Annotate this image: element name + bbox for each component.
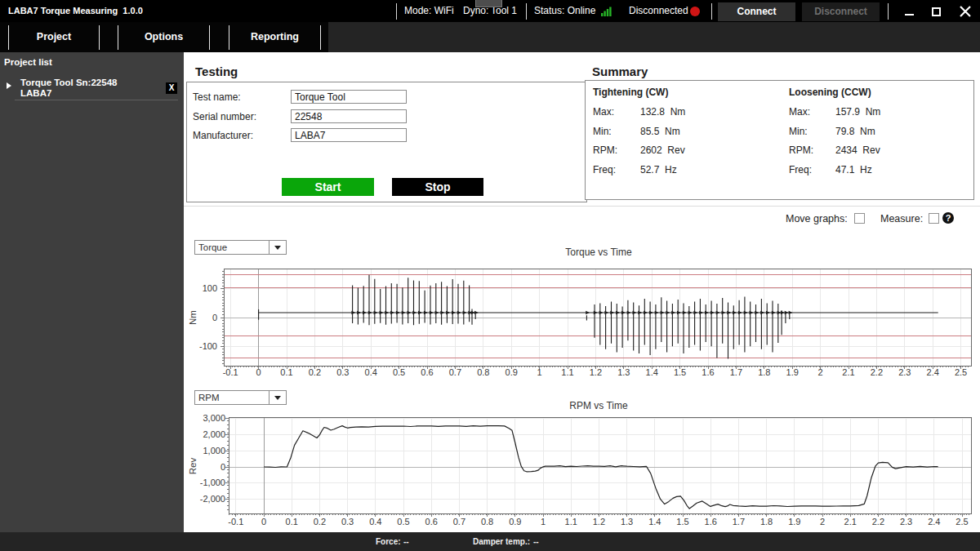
svg-text:1.9: 1.9	[788, 517, 800, 527]
svg-text:1.8: 1.8	[760, 517, 773, 527]
svg-text:0.8: 0.8	[477, 367, 489, 377]
svg-text:1.7: 1.7	[733, 517, 745, 527]
svg-text:Rev: Rev	[188, 458, 198, 475]
svg-text:1.7: 1.7	[730, 367, 742, 377]
svg-text:1.9: 1.9	[786, 367, 799, 377]
svg-text:1.1: 1.1	[561, 367, 573, 377]
svg-text:1.3: 1.3	[617, 367, 630, 377]
svg-text:-0.1: -0.1	[228, 517, 243, 527]
svg-text:2: 2	[818, 367, 823, 377]
svg-text:2.2: 2.2	[871, 367, 883, 377]
svg-text:0: 0	[212, 313, 217, 322]
svg-text:-2,000: -2,000	[200, 494, 225, 504]
svg-text:2.4: 2.4	[928, 517, 940, 527]
svg-text:-1,000: -1,000	[200, 478, 225, 487]
svg-text:Nm: Nm	[188, 310, 198, 325]
svg-text:0.9: 0.9	[509, 517, 521, 527]
svg-text:0.7: 0.7	[449, 367, 461, 377]
svg-text:-0.1: -0.1	[223, 367, 238, 377]
svg-text:0.5: 0.5	[397, 517, 409, 527]
svg-text:1.4: 1.4	[648, 517, 661, 527]
svg-text:-100: -100	[199, 341, 217, 351]
svg-text:1.3: 1.3	[621, 517, 633, 527]
svg-text:2: 2	[820, 517, 825, 527]
svg-text:0.1: 0.1	[280, 367, 292, 377]
svg-text:1: 1	[541, 517, 546, 527]
svg-text:1.5: 1.5	[674, 367, 686, 377]
svg-text:2.4: 2.4	[927, 367, 939, 377]
svg-text:2.2: 2.2	[872, 517, 884, 527]
svg-text:0: 0	[261, 517, 266, 527]
svg-text:2,000: 2,000	[203, 429, 225, 439]
svg-text:0.5: 0.5	[393, 367, 405, 377]
svg-text:0: 0	[220, 462, 225, 472]
svg-text:100: 100	[203, 283, 217, 293]
svg-text:0.3: 0.3	[341, 517, 354, 527]
svg-text:0.6: 0.6	[425, 517, 438, 527]
svg-text:2.1: 2.1	[844, 517, 857, 527]
svg-text:Torque vs Time: Torque vs Time	[565, 247, 632, 258]
svg-text:0.6: 0.6	[421, 367, 433, 377]
svg-text:1.8: 1.8	[758, 367, 770, 377]
svg-text:1: 1	[537, 367, 542, 377]
svg-text:1.2: 1.2	[593, 517, 605, 527]
svg-text:1,000: 1,000	[203, 446, 225, 455]
svg-text:0: 0	[256, 367, 261, 377]
svg-text:0.4: 0.4	[365, 367, 377, 377]
svg-text:1.5: 1.5	[676, 517, 688, 527]
svg-text:0.4: 0.4	[369, 517, 381, 527]
svg-text:0.1: 0.1	[286, 517, 298, 527]
svg-text:0.2: 0.2	[309, 367, 321, 377]
svg-text:2.1: 2.1	[842, 367, 854, 377]
svg-text:2.5: 2.5	[956, 517, 968, 527]
svg-text:0.3: 0.3	[336, 367, 349, 377]
svg-text:1.2: 1.2	[590, 367, 602, 377]
svg-text:0.7: 0.7	[453, 517, 466, 527]
svg-text:1.1: 1.1	[565, 517, 577, 527]
svg-text:RPM vs Time: RPM vs Time	[569, 400, 628, 411]
svg-text:1.4: 1.4	[646, 367, 658, 377]
svg-text:2.3: 2.3	[898, 367, 911, 377]
svg-text:1.6: 1.6	[705, 517, 717, 527]
svg-text:0.9: 0.9	[506, 367, 518, 377]
svg-text:3,000: 3,000	[203, 413, 225, 423]
svg-text:0.2: 0.2	[314, 517, 326, 527]
svg-text:2.3: 2.3	[900, 517, 912, 527]
svg-text:2.5: 2.5	[955, 367, 967, 377]
svg-text:1.6: 1.6	[702, 367, 714, 377]
svg-text:0.8: 0.8	[481, 517, 493, 527]
